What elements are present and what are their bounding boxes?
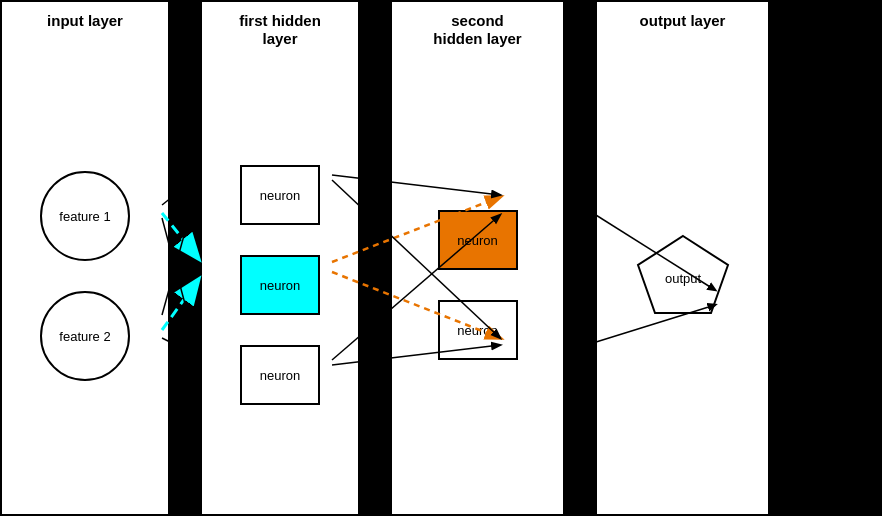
svg-text:output: output xyxy=(664,271,701,286)
input-layer-content: feature 1 feature 2 xyxy=(2,38,168,514)
hidden2-node-2: neuron xyxy=(438,300,518,360)
hidden-layer-1-title: first hiddenlayer xyxy=(231,2,329,56)
hidden1-node-1: neuron xyxy=(240,165,320,225)
hidden1-node-2: neuron xyxy=(240,255,320,315)
input-layer-panel: input layer feature 1 feature 2 xyxy=(0,0,170,516)
hidden-layer-2-title: secondhidden layer xyxy=(425,2,529,56)
output-layer-panel: output layer output xyxy=(595,0,770,516)
hidden-layer-1-panel: first hiddenlayer neuron neuron neuron xyxy=(200,0,360,516)
input-node-2: feature 2 xyxy=(40,291,130,381)
input-node-1: feature 1 xyxy=(40,171,130,261)
input-layer-title: input layer xyxy=(39,2,131,38)
output-layer-content: output xyxy=(597,38,768,514)
hidden2-node-1: neuron xyxy=(438,210,518,270)
neural-network-diagram: input layer feature 1 feature 2 first hi… xyxy=(0,0,882,516)
hidden-layer-2-content: neuron neuron xyxy=(392,56,563,514)
hidden1-node-3: neuron xyxy=(240,345,320,405)
output-node: output xyxy=(633,231,733,321)
hidden-layer-1-content: neuron neuron neuron xyxy=(202,56,358,514)
output-layer-title: output layer xyxy=(632,2,734,38)
hidden-layer-2-panel: secondhidden layer neuron neuron xyxy=(390,0,565,516)
pentagon-shape: output xyxy=(633,231,733,321)
